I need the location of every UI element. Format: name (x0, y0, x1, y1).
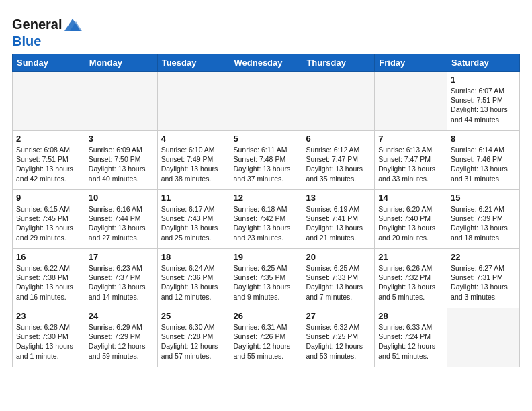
day-number: 1 (451, 75, 516, 85)
calendar-table: SundayMondayTuesdayWednesdayThursdayFrid… (12, 54, 520, 367)
day-info: Sunrise: 6:25 AMSunset: 7:33 PMDaylight:… (306, 263, 371, 302)
logo: General Blue (12, 15, 82, 48)
calendar-cell: 10Sunrise: 6:16 AMSunset: 7:44 PMDayligh… (85, 190, 157, 249)
day-number: 9 (16, 193, 81, 203)
day-number: 10 (89, 193, 154, 203)
calendar-cell (302, 72, 375, 131)
day-info: Sunrise: 6:19 AMSunset: 7:41 PMDaylight:… (306, 204, 371, 242)
calendar-cell (85, 72, 157, 131)
day-info: Sunrise: 6:24 AMSunset: 7:36 PMDaylight:… (161, 263, 226, 302)
calendar-cell: 23Sunrise: 6:28 AMSunset: 7:30 PMDayligh… (13, 308, 85, 367)
calendar-cell: 12Sunrise: 6:18 AMSunset: 7:42 PMDayligh… (230, 190, 302, 249)
day-info: Sunrise: 6:22 AMSunset: 7:38 PMDaylight:… (16, 263, 81, 302)
day-number: 8 (451, 134, 516, 144)
day-number: 11 (161, 193, 226, 203)
calendar-cell: 16Sunrise: 6:22 AMSunset: 7:38 PMDayligh… (13, 249, 85, 308)
weekday-sunday: Sunday (13, 54, 85, 72)
day-info: Sunrise: 6:09 AMSunset: 7:50 PMDaylight:… (89, 145, 154, 183)
calendar-cell: 24Sunrise: 6:29 AMSunset: 7:29 PMDayligh… (85, 308, 157, 367)
calendar-cell: 17Sunrise: 6:23 AMSunset: 7:37 PMDayligh… (85, 249, 157, 308)
day-info: Sunrise: 6:11 AMSunset: 7:48 PMDaylight:… (234, 145, 299, 183)
day-number: 23 (16, 311, 81, 321)
weekday-friday: Friday (375, 54, 447, 72)
day-number: 28 (378, 311, 443, 321)
calendar-cell: 20Sunrise: 6:25 AMSunset: 7:33 PMDayligh… (302, 249, 375, 308)
calendar-week-2: 2Sunrise: 6:08 AMSunset: 7:51 PMDaylight… (13, 131, 520, 190)
day-info: Sunrise: 6:27 AMSunset: 7:31 PMDaylight:… (451, 263, 516, 302)
calendar-cell: 2Sunrise: 6:08 AMSunset: 7:51 PMDaylight… (13, 131, 85, 190)
calendar-week-3: 9Sunrise: 6:15 AMSunset: 7:45 PMDaylight… (13, 190, 520, 249)
day-number: 21 (378, 252, 443, 262)
calendar-cell: 26Sunrise: 6:31 AMSunset: 7:26 PMDayligh… (230, 308, 302, 367)
page: General Blue SundayMondayTuesdayWednesda… (0, 0, 532, 374)
logo-text-block: General Blue (12, 15, 82, 48)
day-number: 6 (306, 134, 371, 144)
calendar-cell (447, 308, 520, 367)
day-info: Sunrise: 6:21 AMSunset: 7:39 PMDaylight:… (451, 204, 516, 242)
day-number: 16 (16, 252, 81, 262)
day-info: Sunrise: 6:31 AMSunset: 7:26 PMDaylight:… (234, 322, 299, 361)
day-number: 24 (89, 311, 154, 321)
logo-blue: Blue (12, 34, 41, 48)
calendar-cell: 27Sunrise: 6:32 AMSunset: 7:25 PMDayligh… (302, 308, 375, 367)
calendar-cell: 3Sunrise: 6:09 AMSunset: 7:50 PMDaylight… (85, 131, 157, 190)
calendar-cell: 4Sunrise: 6:10 AMSunset: 7:49 PMDaylight… (157, 131, 230, 190)
calendar-cell: 5Sunrise: 6:11 AMSunset: 7:48 PMDaylight… (230, 131, 302, 190)
day-info: Sunrise: 6:23 AMSunset: 7:37 PMDaylight:… (89, 263, 154, 302)
day-info: Sunrise: 6:25 AMSunset: 7:35 PMDaylight:… (234, 263, 299, 302)
calendar-cell: 19Sunrise: 6:25 AMSunset: 7:35 PMDayligh… (230, 249, 302, 308)
day-info: Sunrise: 6:15 AMSunset: 7:45 PMDaylight:… (16, 204, 81, 242)
calendar-cell: 14Sunrise: 6:20 AMSunset: 7:40 PMDayligh… (375, 190, 447, 249)
calendar-week-4: 16Sunrise: 6:22 AMSunset: 7:38 PMDayligh… (13, 249, 520, 308)
day-info: Sunrise: 6:18 AMSunset: 7:42 PMDaylight:… (234, 204, 299, 242)
calendar-cell (157, 72, 230, 131)
weekday-thursday: Thursday (302, 54, 375, 72)
calendar-cell: 28Sunrise: 6:33 AMSunset: 7:24 PMDayligh… (375, 308, 447, 367)
weekday-tuesday: Tuesday (157, 54, 230, 72)
weekday-saturday: Saturday (447, 54, 520, 72)
day-info: Sunrise: 6:28 AMSunset: 7:30 PMDaylight:… (16, 322, 81, 361)
day-info: Sunrise: 6:14 AMSunset: 7:46 PMDaylight:… (451, 145, 516, 183)
weekday-header-row: SundayMondayTuesdayWednesdayThursdayFrid… (13, 54, 520, 72)
day-number: 25 (161, 311, 226, 321)
calendar-cell: 15Sunrise: 6:21 AMSunset: 7:39 PMDayligh… (447, 190, 520, 249)
day-number: 5 (234, 134, 299, 144)
calendar-cell: 25Sunrise: 6:30 AMSunset: 7:28 PMDayligh… (157, 308, 230, 367)
calendar-cell: 6Sunrise: 6:12 AMSunset: 7:47 PMDaylight… (302, 131, 375, 190)
calendar-cell: 11Sunrise: 6:17 AMSunset: 7:43 PMDayligh… (157, 190, 230, 249)
weekday-wednesday: Wednesday (230, 54, 302, 72)
day-number: 2 (16, 134, 81, 144)
day-number: 15 (451, 193, 516, 203)
calendar-cell: 7Sunrise: 6:13 AMSunset: 7:47 PMDaylight… (375, 131, 447, 190)
day-info: Sunrise: 6:17 AMSunset: 7:43 PMDaylight:… (161, 204, 226, 242)
day-number: 13 (306, 193, 371, 203)
day-info: Sunrise: 6:20 AMSunset: 7:40 PMDaylight:… (378, 204, 443, 242)
day-number: 12 (234, 193, 299, 203)
day-info: Sunrise: 6:29 AMSunset: 7:29 PMDaylight:… (89, 322, 154, 361)
day-info: Sunrise: 6:30 AMSunset: 7:28 PMDaylight:… (161, 322, 226, 361)
calendar-cell: 22Sunrise: 6:27 AMSunset: 7:31 PMDayligh… (447, 249, 520, 308)
calendar-cell: 8Sunrise: 6:14 AMSunset: 7:46 PMDaylight… (447, 131, 520, 190)
calendar-cell: 18Sunrise: 6:24 AMSunset: 7:36 PMDayligh… (157, 249, 230, 308)
day-info: Sunrise: 6:33 AMSunset: 7:24 PMDaylight:… (378, 322, 443, 361)
day-number: 4 (161, 134, 226, 144)
day-info: Sunrise: 6:26 AMSunset: 7:32 PMDaylight:… (378, 263, 443, 302)
day-number: 19 (234, 252, 299, 262)
weekday-monday: Monday (85, 54, 157, 72)
calendar-cell (230, 72, 302, 131)
calendar-cell: 1Sunrise: 6:07 AMSunset: 7:51 PMDaylight… (447, 72, 520, 131)
day-info: Sunrise: 6:08 AMSunset: 7:51 PMDaylight:… (16, 145, 81, 183)
day-number: 26 (234, 311, 299, 321)
day-info: Sunrise: 6:10 AMSunset: 7:49 PMDaylight:… (161, 145, 226, 183)
day-number: 7 (378, 134, 443, 144)
logo-icon (63, 15, 82, 34)
day-number: 3 (89, 134, 154, 144)
day-number: 17 (89, 252, 154, 262)
day-number: 27 (306, 311, 371, 321)
calendar-cell (375, 72, 447, 131)
day-number: 18 (161, 252, 226, 262)
header: General Blue (12, 12, 520, 48)
day-number: 14 (378, 193, 443, 203)
day-info: Sunrise: 6:32 AMSunset: 7:25 PMDaylight:… (306, 322, 371, 361)
day-info: Sunrise: 6:13 AMSunset: 7:47 PMDaylight:… (378, 145, 443, 183)
